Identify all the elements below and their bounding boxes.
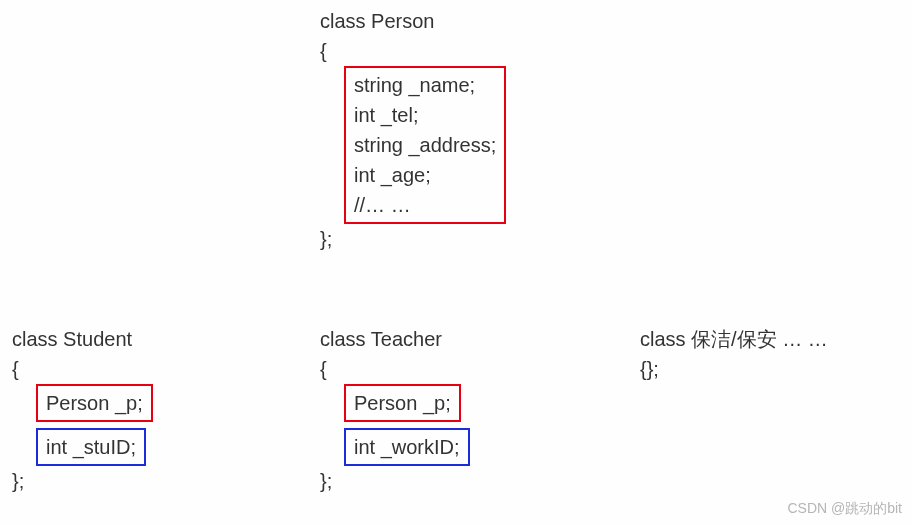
class-teacher: class Teacher { Person _p; int _workID; …	[320, 324, 470, 496]
person-decl: class Person	[320, 6, 506, 36]
person-member-age: int _age;	[354, 160, 496, 190]
brace-open: {	[12, 354, 153, 384]
class-other: class 保洁/保安 … … {};	[640, 324, 828, 384]
brace-close: };	[320, 466, 470, 496]
other-body: {};	[640, 354, 828, 384]
person-member-name: string _name;	[354, 70, 496, 100]
watermark-text: CSDN @跳动的bit	[787, 498, 902, 519]
teacher-member-person: Person _p;	[344, 384, 461, 422]
person-member-address: string _address;	[354, 130, 496, 160]
class-person: class Person { string _name; int _tel; s…	[320, 6, 506, 254]
brace-close: };	[320, 224, 506, 254]
student-member-person: Person _p;	[36, 384, 153, 422]
brace-close: };	[12, 466, 153, 496]
brace-open: {	[320, 36, 506, 66]
class-student: class Student { Person _p; int _stuID; }…	[12, 324, 153, 496]
brace-open: {	[320, 354, 470, 384]
student-decl: class Student	[12, 324, 153, 354]
teacher-decl: class Teacher	[320, 324, 470, 354]
other-decl: class 保洁/保安 … …	[640, 324, 828, 354]
student-member-stuid: int _stuID;	[36, 428, 146, 466]
person-member-etc: //… …	[354, 190, 496, 220]
teacher-member-workid: int _workID;	[344, 428, 470, 466]
person-member-tel: int _tel;	[354, 100, 496, 130]
person-members-box: string _name; int _tel; string _address;…	[344, 66, 506, 224]
